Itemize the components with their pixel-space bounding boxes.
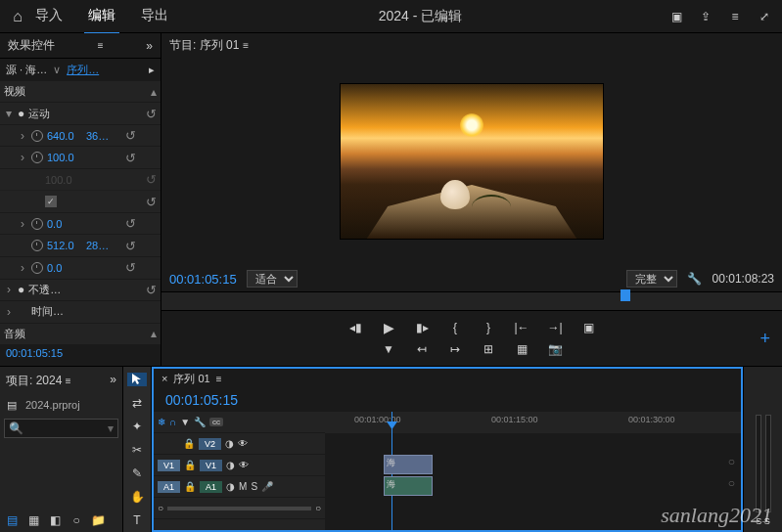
audio-section-header[interactable]: 音频 (4, 327, 147, 341)
collapse-icon[interactable]: ▴ (151, 85, 157, 99)
zoom-select[interactable]: 适合 (247, 270, 298, 288)
list-view-icon[interactable]: ▤ (4, 512, 20, 528)
position-y[interactable]: 36… (86, 130, 121, 142)
scroll-down-icon[interactable]: ○ (728, 476, 735, 490)
anchor-y[interactable]: 28… (86, 240, 121, 251)
sync-lock-icon[interactable]: ◑ (226, 460, 235, 470)
type-tool[interactable]: T (127, 513, 147, 527)
uniform-scale-checkbox[interactable]: ✓ (45, 196, 57, 207)
fx-timecode[interactable]: 00:01:05:15 (0, 345, 161, 366)
reset-icon[interactable]: ↺ (146, 107, 157, 121)
video-clip[interactable]: 海 (384, 455, 433, 474)
reset-icon[interactable]: ↺ (146, 283, 157, 297)
close-tab-icon[interactable]: × (161, 373, 167, 384)
share-icon[interactable]: ⇪ (698, 9, 713, 24)
step-back-button[interactable]: ◂▮ (347, 320, 363, 335)
reset-icon[interactable]: ↺ (125, 260, 136, 275)
zoom-in-icon[interactable]: ○ (315, 503, 321, 513)
zoom-slider[interactable]: ○ (69, 512, 84, 528)
stopwatch-icon[interactable] (31, 218, 43, 230)
eye-icon[interactable]: 👁 (238, 438, 248, 449)
video-monitor[interactable] (161, 57, 782, 266)
v2-target[interactable]: V2 (199, 438, 221, 450)
video-section-header[interactable]: 视频 (4, 84, 147, 99)
scale-value[interactable]: 100.0 (47, 152, 82, 163)
stopwatch-icon[interactable] (31, 152, 43, 163)
eye-icon[interactable]: 👁 (239, 460, 249, 470)
quality-select[interactable]: 完整 (626, 270, 677, 288)
antiflicker-value[interactable]: 0.0 (47, 262, 82, 274)
ripple-tool[interactable]: ✦ (127, 420, 147, 433)
play-button[interactable]: ▶ (381, 320, 396, 335)
expand-icon[interactable]: › (4, 305, 14, 319)
v1-source[interactable]: V1 (158, 460, 180, 471)
settings-icon[interactable]: 🔧 (194, 417, 206, 427)
freeform-view-icon[interactable]: ◧ (47, 512, 63, 528)
selection-tool[interactable] (127, 373, 147, 386)
playhead-marker[interactable] (621, 289, 630, 301)
reset-icon[interactable]: ↺ (125, 151, 136, 165)
overwrite-button[interactable]: ▦ (514, 341, 529, 357)
fx-toggle-icon[interactable]: ● (18, 283, 24, 296)
lock-icon[interactable]: 🔒 (183, 438, 195, 449)
go-in-button[interactable]: |← (514, 320, 529, 335)
search-input[interactable] (27, 422, 86, 434)
go-out-button[interactable]: →| (547, 320, 563, 335)
hand-tool[interactable]: ✋ (127, 490, 147, 504)
icon-view-icon[interactable]: ▦ (25, 512, 41, 528)
scroll-up-icon[interactable]: ○ (728, 455, 735, 468)
solo-button[interactable]: S (251, 481, 257, 492)
nav-import[interactable]: 导入 (31, 0, 67, 34)
panel-expand-icon[interactable]: » (146, 39, 153, 53)
wrench-icon[interactable]: 🔧 (687, 271, 703, 287)
mute-button[interactable]: M (239, 481, 247, 492)
step-forward-button[interactable]: ▮▸ (414, 320, 430, 335)
a1-source[interactable]: A1 (158, 481, 180, 493)
lock-icon[interactable]: 🔒 (184, 460, 196, 470)
pen-tool[interactable]: ✎ (127, 466, 147, 480)
snap-icon[interactable]: ❄ (158, 417, 165, 427)
a1-target[interactable]: A1 (200, 481, 222, 493)
stopwatch-icon[interactable] (31, 130, 43, 142)
rotation-value[interactable]: 0.0 (47, 218, 82, 230)
marker-icon[interactable]: ▼ (180, 417, 190, 427)
stopwatch-icon[interactable] (31, 240, 43, 251)
sync-lock-icon[interactable]: ◑ (226, 481, 235, 492)
razor-tool[interactable]: ✂ (127, 443, 147, 457)
reset-icon[interactable]: ↺ (146, 195, 157, 209)
motion-effect[interactable]: 运动 (28, 107, 142, 121)
anchor-x[interactable]: 512.0 (47, 240, 82, 251)
mark-in-button[interactable]: { (447, 320, 463, 335)
insert-button[interactable]: ⊞ (481, 341, 496, 357)
stopwatch-icon[interactable] (31, 262, 43, 274)
collapse-icon[interactable]: ▴ (151, 327, 157, 340)
export-frame-button[interactable]: ▣ (580, 320, 596, 335)
reset-icon[interactable]: ↺ (125, 216, 136, 231)
home-icon[interactable]: ⌂ (10, 9, 25, 24)
time-remap-effect[interactable]: 时间… (31, 304, 157, 319)
layout-icon[interactable]: ▣ (668, 9, 684, 24)
v1-target[interactable]: V1 (200, 460, 222, 471)
fullscreen-icon[interactable]: ⤢ (757, 9, 772, 24)
extract-button[interactable]: ↦ (447, 341, 463, 357)
settings-icon[interactable]: ≡ (727, 9, 743, 24)
opacity-effect[interactable]: 不透… (28, 283, 142, 297)
reset-icon[interactable]: ↺ (125, 239, 136, 253)
marker-button[interactable]: ▼ (381, 341, 396, 357)
fx-toggle-icon[interactable]: ● (18, 107, 24, 120)
lock-icon[interactable]: 🔒 (184, 481, 196, 492)
sequence-link[interactable]: 序列… (67, 63, 99, 77)
nav-export[interactable]: 导出 (137, 0, 172, 34)
project-search[interactable]: 🔍 ▾ (4, 419, 118, 438)
program-scrubber[interactable] (161, 291, 782, 311)
track-select-tool[interactable]: ⇄ (127, 396, 147, 410)
nav-edit[interactable]: 编辑 (84, 0, 119, 34)
snapshot-button[interactable]: 📷 (547, 341, 563, 357)
audio-clip[interactable]: 海 (384, 476, 433, 496)
mark-out-button[interactable]: } (481, 320, 496, 335)
position-x[interactable]: 640.0 (47, 130, 82, 142)
sequence-tab[interactable]: 序列 01 (173, 372, 209, 386)
project-filename[interactable]: 2024.prproj (25, 399, 80, 411)
voiceover-icon[interactable]: 🎤 (261, 481, 273, 492)
reset-icon[interactable]: ↺ (125, 128, 136, 143)
